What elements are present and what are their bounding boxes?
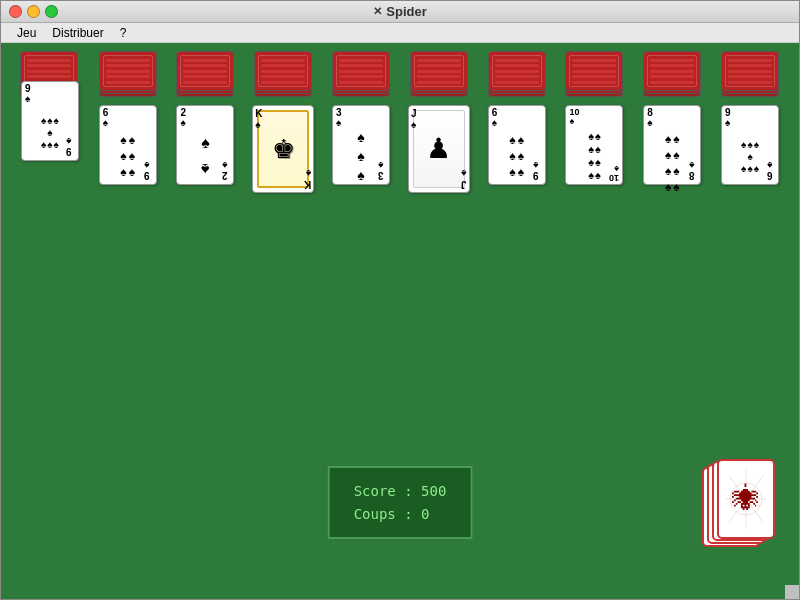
coups-display: Coups : 0	[354, 503, 447, 525]
maximize-button[interactable]	[45, 5, 58, 18]
title-bar: ✕ Spider	[1, 1, 799, 23]
score-panel: Score : 500 Coups : 0	[328, 466, 473, 539]
card-9-spades-0[interactable]: 9♠ ♠♠♠ ♠ ♠♠♠ 9♠	[21, 81, 79, 161]
column-5[interactable]: J♠ J♠ ♟	[403, 51, 475, 193]
game-area: 9♠ ♠♠♠ ♠ ♠♠♠ 9♠	[1, 43, 799, 599]
menu-jeu[interactable]: Jeu	[9, 24, 44, 42]
column-7[interactable]: 10♠ ♠♠ ♠♠ ♠♠ ♠♠ 10♠	[558, 51, 630, 193]
column-2[interactable]: 2♠ ♠ ♠ 2♠	[169, 51, 241, 193]
card-3-spades-4[interactable]: 3♠ ♠ ♠ ♠ 3♠	[332, 105, 390, 185]
score-display: Score : 500	[354, 480, 447, 502]
card-2-spades-2[interactable]: 2♠ ♠ ♠ 2♠	[176, 105, 234, 185]
card-8-spades-8[interactable]: 8♠ ♠♠ ♠♠ ♠♠ ♠♠ 8♠	[643, 105, 701, 185]
column-8[interactable]: 8♠ ♠♠ ♠♠ ♠♠ ♠♠ 8♠	[636, 51, 708, 193]
title-icon: ✕	[373, 5, 382, 18]
card-6-spades-1[interactable]: 6♠ ♠♠ ♠♠ ♠♠ 9♠	[99, 105, 157, 185]
column-1[interactable]: 6♠ ♠♠ ♠♠ ♠♠ 9♠	[92, 51, 164, 193]
minimize-button[interactable]	[27, 5, 40, 18]
card-6-spades-6[interactable]: 6♠ ♠♠ ♠♠ ♠♠ 9♠	[488, 105, 546, 185]
main-window: ✕ Spider Jeu Distribuer ?	[0, 0, 800, 600]
column-9[interactable]: 9♠ ♠♠♠ ♠ ♠♠♠ 6♠	[714, 51, 786, 193]
card-9-spades-9[interactable]: 9♠ ♠♠♠ ♠ ♠♠♠ 6♠	[721, 105, 779, 185]
card-10-spades-7[interactable]: 10♠ ♠♠ ♠♠ ♠♠ ♠♠ 10♠	[565, 105, 623, 185]
menu-help[interactable]: ?	[112, 24, 135, 42]
close-button[interactable]	[9, 5, 22, 18]
column-3[interactable]: K♠ K♠ ♚	[247, 51, 319, 193]
menu-distribuer[interactable]: Distribuer	[44, 24, 111, 42]
menu-bar: Jeu Distribuer ?	[1, 23, 799, 43]
stock-pile[interactable]: 🕷	[699, 459, 779, 559]
column-4[interactable]: 3♠ ♠ ♠ ♠ 3♠	[325, 51, 397, 193]
window-title: ✕ Spider	[373, 4, 426, 19]
card-columns: 9♠ ♠♠♠ ♠ ♠♠♠ 9♠	[1, 43, 799, 201]
window-controls	[9, 5, 58, 18]
scroll-corner	[785, 585, 799, 599]
column-6[interactable]: 6♠ ♠♠ ♠♠ ♠♠ 9♠	[481, 51, 553, 193]
column-0[interactable]: 9♠ ♠♠♠ ♠ ♠♠♠ 9♠	[14, 51, 86, 193]
card-jack-spades[interactable]: J♠ J♠ ♟	[408, 105, 470, 193]
card-king-spades[interactable]: K♠ K♠ ♚	[252, 105, 314, 193]
